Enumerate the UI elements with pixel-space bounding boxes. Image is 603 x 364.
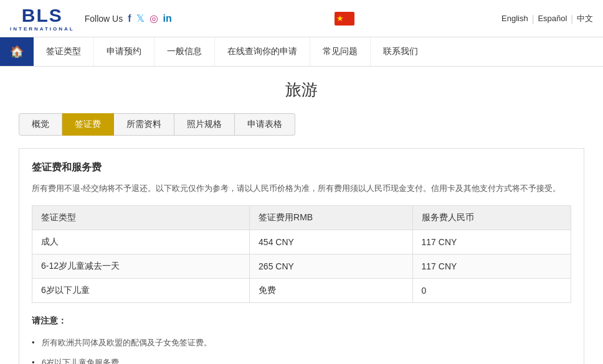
note-text-2: 6岁以下儿童免服务费。 (42, 358, 127, 364)
notes-list: • 所有欧洲共同体及欧盟的配偶及子女免签证费。 • 6岁以下儿童免服务费。 (32, 333, 571, 364)
section-description: 所有费用不退-经交纳将不予退还。以下欧元仅作为参考，请以人民币价格为准，所有费用… (32, 182, 571, 195)
tab-photo-specs[interactable]: 照片规格 (174, 113, 235, 136)
table-header-visa-fee: 签证费用RMB (250, 206, 412, 230)
lang-divider-1: | (532, 14, 534, 24)
nav-item-visa-type[interactable]: 签证类型 (34, 37, 94, 66)
fee-table: 签证类型 签证费用RMB 服务费人民币 成人 454 CNY 117 CNY 6… (32, 205, 571, 303)
row2-visa-fee: 265 CNY (250, 254, 412, 279)
nav-item-appointment[interactable]: 申请预约 (94, 37, 154, 66)
tab-required-docs[interactable]: 所需资料 (114, 113, 174, 136)
page-title: 旅游 (19, 79, 584, 101)
lang-divider-2: | (571, 14, 573, 24)
row1-visa-fee: 454 CNY (250, 230, 412, 254)
row3-service-fee: 0 (412, 279, 571, 303)
nav-bar: 🏠 签证类型 申请预约 一般信息 在线查询你的申请 常见问题 联系我们 (0, 37, 603, 67)
row1-service-fee: 117 CNY (412, 230, 571, 254)
tab-application-form[interactable]: 申请表格 (235, 113, 295, 136)
linkedin-icon[interactable]: in (163, 13, 172, 24)
table-header-service-fee: 服务费人民币 (412, 206, 571, 230)
table-row: 6岁以下儿童 免费 0 (32, 279, 571, 303)
logo-area: BLS INTERNATIONAL (10, 5, 75, 32)
nav-item-contact[interactable]: 联系我们 (371, 37, 430, 66)
notes-title: 请注意： (32, 315, 571, 327)
lang-english[interactable]: English (501, 14, 528, 23)
logo-bls: BLS (22, 5, 63, 26)
note-item: • 所有欧洲共同体及欧盟的配偶及子女免签证费。 (32, 333, 571, 353)
tab-visa-fee[interactable]: 签证费 (62, 113, 114, 136)
row2-service-fee: 117 CNY (412, 254, 571, 279)
row2-type: 6-12岁儿童减去一天 (32, 254, 250, 279)
notes-section: 请注意： • 所有欧洲共同体及欧盟的配偶及子女免签证费。 • 6岁以下儿童免服务… (32, 315, 571, 364)
lang-espanol[interactable]: Español (538, 14, 567, 23)
note-item: • 6岁以下儿童免服务费。 (32, 353, 571, 364)
follow-us-label: Follow Us (85, 14, 123, 24)
bullet-icon: • (32, 357, 35, 364)
logo-intl: INTERNATIONAL (10, 26, 75, 32)
row3-type: 6岁以下儿童 (32, 279, 250, 303)
nav-item-general-info[interactable]: 一般信息 (154, 37, 215, 66)
nav-item-track[interactable]: 在线查询你的申请 (215, 37, 310, 66)
table-header-type: 签证类型 (32, 206, 250, 230)
language-section: English | Español | 中文 (501, 13, 593, 24)
china-flag-icon: ★ (335, 12, 354, 26)
tab-overview[interactable]: 概觉 (19, 113, 62, 136)
follow-us-section: Follow Us f 𝕏 ◎ in (85, 12, 172, 24)
nav-item-faq[interactable]: 常见问题 (310, 37, 371, 66)
section-title: 签证费和服务费 (32, 161, 571, 174)
nav-home[interactable]: 🏠 (0, 37, 34, 66)
lang-chinese[interactable]: 中文 (577, 13, 593, 24)
twitter-icon[interactable]: 𝕏 (136, 12, 145, 24)
content-box: 签证费和服务费 所有费用不退-经交纳将不予退还。以下欧元仅作为参考，请以人民币价… (19, 148, 584, 364)
header: BLS INTERNATIONAL Follow Us f 𝕏 ◎ in ★ E… (0, 0, 603, 37)
main-content: 旅游 概觉 签证费 所需资料 照片规格 申请表格 签证费和服务费 所有费用不退-… (0, 67, 603, 364)
facebook-icon[interactable]: f (128, 13, 131, 24)
bullet-icon: • (32, 337, 35, 349)
row3-visa-fee: 免费 (250, 279, 412, 303)
tabs-container: 概觉 签证费 所需资料 照片规格 申请表格 (19, 113, 584, 136)
row1-type: 成人 (32, 230, 250, 254)
instagram-icon[interactable]: ◎ (150, 12, 158, 24)
table-row: 成人 454 CNY 117 CNY (32, 230, 571, 254)
promo-section: ★ (184, 12, 501, 26)
table-row: 6-12岁儿童减去一天 265 CNY 117 CNY (32, 254, 571, 279)
note-text-1: 所有欧洲共同体及欧盟的配偶及子女免签证费。 (42, 338, 212, 347)
